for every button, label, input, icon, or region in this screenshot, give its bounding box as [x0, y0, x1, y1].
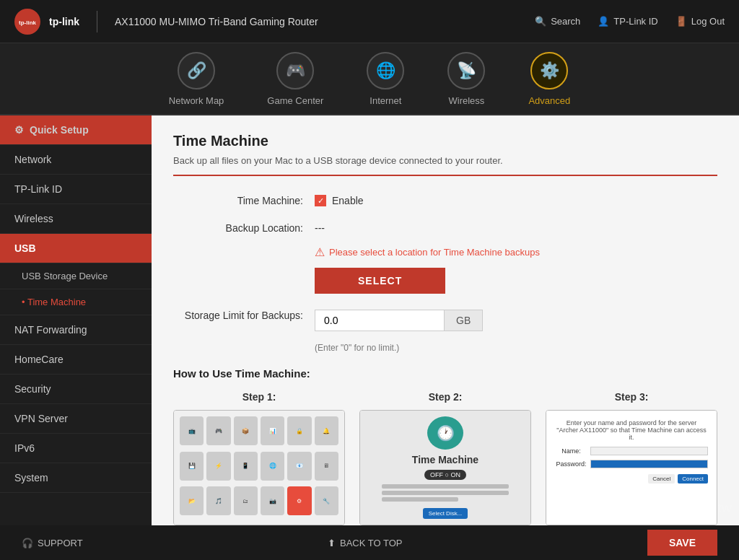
back-to-top-label: BACK TO TOP	[340, 538, 402, 548]
storage-limit-input[interactable]	[315, 310, 445, 331]
backup-location-value: ---	[315, 218, 325, 234]
nav-item-internet[interactable]: 🌐 Internet	[367, 52, 404, 106]
sidebar-item-security[interactable]: Security	[0, 375, 152, 404]
sidebar: ⚙ Quick Setup Network TP-Link ID Wireles…	[0, 115, 152, 525]
sidebar-item-homecare[interactable]: HomeCare	[0, 345, 152, 375]
game-center-icon: 🎮	[276, 52, 314, 89]
tm-clock-icon: 🕐	[427, 416, 463, 450]
sidebar-label-usb: USB	[14, 242, 36, 254]
sidebar-item-tp-link-id[interactable]: TP-Link ID	[0, 175, 152, 204]
wireless-icon: 📡	[447, 52, 485, 89]
sidebar-item-system[interactable]: System	[0, 463, 152, 493]
time-machine-label: Time Machine:	[173, 191, 303, 206]
steps-row: Step 1: 📺 🎮 📦 📊 🔒 🔔 💾 ⚡ 📱 🌐 📧	[173, 391, 717, 525]
logo-area: tp-link tp-link AX11000 MU-MIMO Tri-Band…	[14, 9, 318, 35]
step-1: Step 1: 📺 🎮 📦 📊 🔒 🔔 💾 ⚡ 📱 🌐 📧	[173, 391, 345, 525]
nav-item-wireless[interactable]: 📡 Wireless	[447, 52, 485, 106]
sidebar-subitem-usb-storage[interactable]: USB Storage Device	[0, 263, 152, 289]
search-icon: 🔍	[535, 16, 546, 27]
select-button[interactable]: SELECT	[315, 268, 445, 294]
step1-icon-11: 📧	[287, 452, 311, 481]
advanced-icon: ⚙️	[530, 52, 568, 89]
sidebar-item-network[interactable]: Network	[0, 145, 152, 175]
step-1-label: Step 1:	[173, 391, 345, 403]
step1-icon-10: 🌐	[261, 452, 284, 481]
tm-backup-lines	[382, 484, 509, 504]
step1-icon-6: 🔔	[315, 416, 338, 445]
sidebar-label-system: System	[14, 472, 48, 484]
storage-limit-label: Storage Limit for Backups:	[173, 305, 303, 321]
network-map-icon: 🔗	[178, 52, 215, 89]
sidebar-label-tp-link-id: TP-Link ID	[14, 183, 62, 195]
step1-icon-18: 🔧	[315, 486, 338, 515]
sidebar-subitem-time-machine[interactable]: Time Machine	[0, 289, 152, 315]
time-machine-value: ✓ Enable	[315, 191, 364, 206]
step1-icon-highlight: ⚙	[287, 486, 311, 515]
nav-label-internet: Internet	[370, 95, 401, 106]
error-message: ⚠ Please select a location for Time Mach…	[315, 245, 717, 259]
page-description: Back up all files on your Mac to a USB s…	[173, 155, 717, 176]
support-label: SUPPORT	[38, 538, 83, 548]
nav-label-wireless: Wireless	[448, 95, 484, 106]
search-button[interactable]: 🔍 Search	[535, 16, 580, 27]
account-button[interactable]: 👤 TP-Link ID	[598, 16, 657, 27]
sidebar-item-quick-setup[interactable]: ⚙ Quick Setup	[0, 115, 152, 145]
logout-button[interactable]: 🚪 Log Out	[675, 16, 725, 27]
account-label: TP-Link ID	[613, 16, 657, 27]
page-title: Time Machine	[173, 133, 717, 149]
logout-label: Log Out	[691, 16, 725, 27]
step1-icon-15: 🗂	[234, 486, 258, 515]
step-2-label: Step 2:	[359, 391, 531, 403]
sidebar-item-wireless[interactable]: Wireless	[0, 204, 152, 234]
enable-checkbox[interactable]: ✓	[315, 195, 326, 206]
step1-icon-16: 📷	[261, 486, 284, 515]
svg-text:tp-link: tp-link	[19, 19, 37, 25]
back-to-top-button[interactable]: ⬆ BACK TO TOP	[328, 538, 402, 548]
bottom-bar: 🎧 SUPPORT ⬆ BACK TO TOP SAVE	[0, 525, 739, 560]
nav-label-advanced: Advanced	[528, 95, 570, 106]
step1-icon-13: 📂	[180, 486, 204, 515]
sidebar-label-vpn-server: VPN Server	[14, 413, 68, 424]
tp-link-logo: tp-link	[14, 9, 40, 35]
backup-location-row: Backup Location: ---	[173, 218, 717, 234]
sidebar-label-homecare: HomeCare	[14, 354, 64, 365]
nav-label-game-center: Game Center	[267, 95, 323, 106]
select-disk-btn-mockup: Select Disk...	[423, 508, 468, 519]
main-layout: ⚙ Quick Setup Network TP-Link ID Wireles…	[0, 115, 739, 525]
header-divider	[97, 11, 97, 32]
storage-limit-value: GB	[315, 305, 483, 331]
internet-icon: 🌐	[367, 52, 404, 89]
error-text: Please select a location for Time Machin…	[329, 247, 540, 258]
nav-item-advanced[interactable]: ⚙️ Advanced	[528, 52, 570, 106]
sidebar-label-usb-storage: USB Storage Device	[22, 271, 108, 281]
step1-icon-2: 🎮	[206, 416, 230, 445]
error-icon: ⚠	[315, 245, 325, 259]
step-3-label: Step 3:	[546, 391, 717, 403]
account-icon: 👤	[598, 16, 609, 27]
gear-icon: ⚙	[14, 124, 24, 136]
step1-icon-3: 📦	[234, 416, 258, 445]
storage-limit-row: Storage Limit for Backups: GB	[173, 305, 717, 331]
connect-btn-mockup: Connect	[678, 474, 708, 484]
nav-item-game-center[interactable]: 🎮 Game Center	[267, 52, 323, 106]
sidebar-item-ipv6[interactable]: IPv6	[0, 434, 152, 463]
backup-location-label: Backup Location:	[173, 218, 303, 234]
save-button[interactable]: SAVE	[647, 530, 717, 556]
how-to-title: How to Use Time Machine:	[173, 367, 717, 380]
sidebar-item-usb[interactable]: USB	[0, 234, 152, 263]
sidebar-item-nat-forwarding[interactable]: NAT Forwarding	[0, 315, 152, 345]
step-2: Step 2: 🕐 Time Machine OFF ○ ON Select D…	[359, 391, 531, 525]
step1-icon-8: ⚡	[206, 452, 230, 481]
sidebar-label-time-machine: Time Machine	[27, 297, 86, 307]
arrow-up-icon: ⬆	[328, 538, 336, 548]
nav-bar: 🔗 Network Map 🎮 Game Center 🌐 Internet 📡…	[0, 43, 739, 115]
step-2-image: 🕐 Time Machine OFF ○ ON Select Disk...	[359, 410, 531, 525]
sidebar-item-vpn-server[interactable]: VPN Server	[0, 404, 152, 434]
storage-input-group: GB	[315, 310, 483, 331]
step1-icon-1: 📺	[180, 416, 204, 445]
step-1-image: 📺 🎮 📦 📊 🔒 🔔 💾 ⚡ 📱 🌐 📧 🖥 📂 🎵	[173, 410, 345, 525]
storage-hint: (Enter "0" for no limit.)	[315, 343, 717, 353]
enable-label: Enable	[332, 195, 364, 206]
nav-item-network-map[interactable]: 🔗 Network Map	[169, 52, 224, 106]
step1-icon-9: 📱	[234, 452, 258, 481]
